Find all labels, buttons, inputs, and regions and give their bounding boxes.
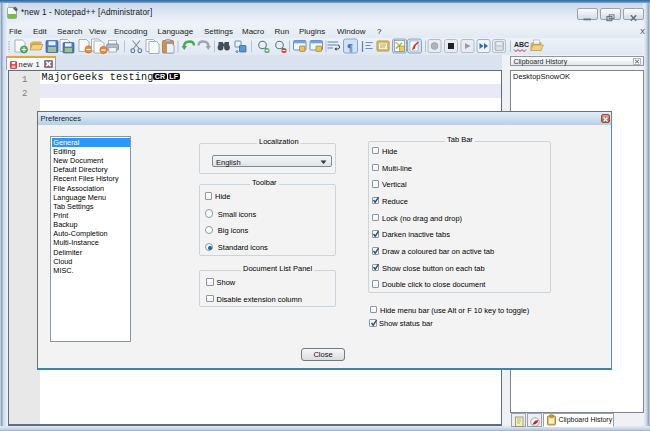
svg-text:¶: ¶ <box>347 41 353 53</box>
svg-text:ABC: ABC <box>514 41 529 48</box>
